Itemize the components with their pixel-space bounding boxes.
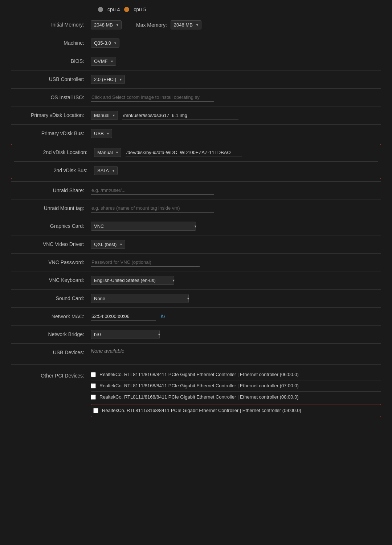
initial-memory-select[interactable]: 2048 MB [91, 20, 122, 29]
vnc-video-driver-label: VNC Video Driver: [11, 240, 91, 247]
cpu4-label: cpu 4 [107, 7, 120, 12]
machine-select-wrapper[interactable]: Q35-3.0 [91, 39, 119, 48]
vnc-keyboard-label: VNC Keyboard: [11, 276, 91, 283]
sound-card-select-wrapper[interactable]: None [91, 294, 192, 303]
sound-card-select[interactable]: None [91, 294, 189, 303]
pci-device-item-1: RealtekCo. RTL8111/8168/8411 PCIe Gigabi… [91, 369, 381, 380]
pci-checkbox-3[interactable] [91, 395, 96, 400]
unraid-share-label: Unraid Share: [11, 186, 91, 193]
usb-controller-select[interactable]: 2.0 (EHCI) [91, 75, 125, 84]
refresh-mac-icon[interactable]: ↻ [160, 313, 165, 320]
pci-text-1: RealtekCo. RTL8111/8168/8411 PCIe Gigabi… [99, 371, 299, 378]
second-vdisk-location-select-wrapper[interactable]: Manual [94, 148, 121, 157]
usb-devices-label: USB Devices: [11, 348, 91, 355]
initial-memory-label: Initial Memory: [11, 20, 91, 28]
usb-controller-row: USB Controller: 2.0 (EHCI) [11, 71, 381, 88]
second-vdisk-bus-select[interactable]: SATA [94, 166, 118, 175]
sound-card-row: Sound Card: None [11, 290, 381, 307]
cpu5-label: cpu 5 [134, 7, 146, 12]
primary-vdisk-location-row: Primary vDisk Location: Manual [11, 107, 381, 124]
pci-device-item-4: RealtekCo. RTL8111/8168/8411 PCIe Gigabi… [91, 404, 381, 417]
vnc-password-input[interactable] [91, 258, 200, 267]
second-vdisk-bus-label: 2nd vDisk Bus: [14, 166, 94, 173]
usb-controller-label: USB Controller: [11, 75, 91, 82]
second-vdisk-location-path[interactable] [126, 148, 242, 157]
primary-vdisk-bus-select-wrapper[interactable]: USB [91, 129, 112, 138]
usb-devices-value: None available [91, 348, 124, 354]
initial-memory-select-wrapper[interactable]: 2048 MB [91, 20, 122, 29]
other-pci-devices-label: Other PCI Devices: [11, 369, 91, 379]
vnc-keyboard-row: VNC Keyboard: English-United States (en-… [11, 272, 381, 288]
network-bridge-select[interactable]: br0 [91, 330, 160, 339]
vnc-keyboard-select[interactable]: English-United States (en-us) [91, 276, 174, 285]
memory-row: Initial Memory: 2048 MB Max Memory: 2048… [11, 17, 381, 33]
network-mac-input[interactable] [91, 312, 156, 321]
bios-row: BIOS: OVMF [11, 53, 381, 69]
second-vdisk-location-row: 2nd vDisk Location: Manual [14, 144, 378, 161]
second-vdisk-location-label: 2nd vDisk Location: [14, 148, 94, 155]
other-pci-devices-row: Other PCI Devices: RealtekCo. RTL8111/81… [11, 366, 381, 421]
primary-vdisk-bus-select[interactable]: USB [91, 129, 112, 138]
vnc-keyboard-select-wrapper[interactable]: English-United States (en-us) [91, 276, 178, 285]
primary-vdisk-bus-row: Primary vDisk Bus: USB [11, 125, 381, 142]
pci-checkbox-1[interactable] [91, 372, 96, 377]
max-memory-select[interactable]: 2048 MB [171, 20, 201, 29]
vnc-password-row: VNC Password: [11, 254, 381, 270]
network-bridge-select-wrapper[interactable]: br0 [91, 330, 163, 339]
primary-vdisk-location-label: Primary vDisk Location: [11, 111, 91, 118]
second-vdisk-location-select[interactable]: Manual [94, 148, 121, 157]
machine-row: Machine: Q35-3.0 [11, 35, 381, 51]
graphics-card-row: Graphics Card: VNC [11, 218, 381, 234]
second-vdisk-bus-row: 2nd vDisk Bus: SATA [14, 162, 378, 179]
vnc-video-driver-row: VNC Video Driver: QXL (best) [11, 236, 381, 253]
graphics-card-label: Graphics Card: [11, 222, 91, 229]
os-install-iso-row: OS Install ISO: [11, 89, 381, 105]
graphics-card-select[interactable]: VNC [91, 222, 196, 231]
bios-select-wrapper[interactable]: OVMF [91, 57, 116, 66]
os-install-iso-label: OS Install ISO: [11, 93, 91, 100]
pci-device-item-3: RealtekCo. RTL8111/8168/8411 PCIe Gigabi… [91, 392, 381, 403]
vnc-password-label: VNC Password: [11, 258, 91, 265]
os-install-iso-input[interactable] [91, 93, 214, 102]
unraid-mount-tag-input[interactable] [91, 204, 214, 213]
network-mac-row: Network MAC: ↻ [11, 308, 381, 324]
pci-text-3: RealtekCo. RTL8111/8168/8411 PCIe Gigabi… [99, 394, 299, 400]
max-memory-label: Max Memory: [136, 22, 167, 28]
pci-checkbox-2[interactable] [91, 383, 96, 388]
pci-text-2: RealtekCo. RTL8111/8168/8411 PCIe Gigabi… [99, 383, 299, 389]
cpu5-dot [124, 7, 129, 12]
unraid-share-row: Unraid Share: [11, 182, 381, 198]
pci-checkbox-4[interactable] [93, 408, 98, 413]
pci-text-4: RealtekCo. RTL8111/8168/8411 PCIe Gigabi… [102, 407, 301, 414]
vnc-video-driver-select-wrapper[interactable]: QXL (best) [91, 240, 125, 249]
pci-devices-list: RealtekCo. RTL8111/8168/8411 PCIe Gigabi… [91, 369, 381, 417]
network-mac-label: Network MAC: [11, 312, 91, 319]
vnc-video-driver-select[interactable]: QXL (best) [91, 240, 125, 249]
machine-select[interactable]: Q35-3.0 [91, 39, 119, 48]
sound-card-label: Sound Card: [11, 294, 91, 301]
machine-label: Machine: [11, 39, 91, 46]
usb-devices-row: USB Devices: None available [11, 344, 381, 364]
pci-device-item-2: RealtekCo. RTL8111/8168/8411 PCIe Gigabi… [91, 380, 381, 392]
second-vdisk-bus-select-wrapper[interactable]: SATA [94, 166, 118, 175]
primary-vdisk-location-select[interactable]: Manual [91, 111, 118, 120]
max-memory-select-wrapper[interactable]: 2048 MB [171, 20, 201, 29]
second-vdisk-section: 2nd vDisk Location: Manual 2nd vDisk Bus… [11, 144, 381, 179]
primary-vdisk-bus-label: Primary vDisk Bus: [11, 129, 91, 136]
unraid-mount-tag-label: Unraid Mount tag: [11, 204, 91, 211]
bios-label: BIOS: [11, 57, 91, 64]
network-bridge-row: Network Bridge: br0 [11, 326, 381, 343]
primary-vdisk-location-select-wrapper[interactable]: Manual [91, 111, 118, 120]
unraid-mount-tag-row: Unraid Mount tag: [11, 200, 381, 216]
cpu4-dot [98, 7, 103, 12]
graphics-card-select-wrapper[interactable]: VNC [91, 222, 200, 231]
network-bridge-label: Network Bridge: [11, 330, 91, 337]
unraid-share-input[interactable] [91, 186, 214, 195]
bios-select[interactable]: OVMF [91, 57, 116, 66]
primary-vdisk-location-path[interactable] [122, 111, 238, 120]
usb-controller-select-wrapper[interactable]: 2.0 (EHCI) [91, 75, 125, 84]
